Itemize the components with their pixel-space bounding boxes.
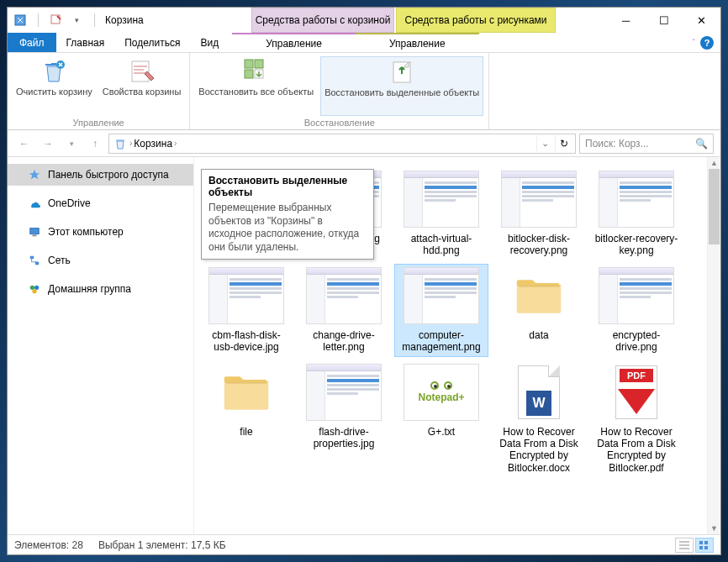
svg-rect-10 <box>32 235 36 237</box>
scroll-thumb[interactable] <box>709 169 720 244</box>
search-input[interactable]: Поиск: Корз... 🔍 <box>579 134 714 154</box>
file-item[interactable]: change-drive-letter.png <box>297 264 391 357</box>
restore-selected-button[interactable]: Восстановить выделенные объекты <box>320 56 483 116</box>
tab-share[interactable]: Поделиться <box>114 33 190 52</box>
minimize-button[interactable]: ─ <box>607 8 645 33</box>
properties-icon[interactable] <box>49 13 64 28</box>
file-item[interactable]: data <box>492 264 586 357</box>
breadcrumb-location[interactable]: Корзина <box>134 138 172 150</box>
scroll-up-icon[interactable]: ▲ <box>708 157 720 169</box>
file-item-label: bitlocker-recovery-key.png <box>593 233 680 257</box>
file-item-label: data <box>529 329 548 341</box>
svg-rect-19 <box>704 546 708 549</box>
tab-file[interactable]: Файл <box>8 33 56 52</box>
tooltip-title: Восстановить выделенные объекты <box>208 175 367 198</box>
svg-rect-17 <box>704 541 708 544</box>
context-tab-recycle-tools[interactable]: Средства работы с корзиной <box>251 8 394 33</box>
tab-manage-bin[interactable]: Управление <box>232 33 356 52</box>
restore-selected-icon <box>388 59 415 86</box>
file-item-label: encrypted-drive.png <box>593 329 680 354</box>
tab-view[interactable]: Вид <box>190 33 229 52</box>
ribbon-group-restore: Восстановить все объекты Восстановить вы… <box>190 53 489 129</box>
nav-up-button[interactable]: ↑ <box>85 134 105 154</box>
file-item[interactable]: bitlocker-disk-recovery.png <box>492 167 586 260</box>
view-icons-button[interactable] <box>695 538 714 553</box>
file-item-label: How to Recover Data From a Disk Encrypte… <box>495 426 583 473</box>
quick-access-toolbar: ▾ Корзина <box>13 13 144 28</box>
tab-manage-pic[interactable]: Управление <box>356 33 479 52</box>
ribbon-tabs: Файл Главная Поделиться Вид Управление У… <box>8 33 720 53</box>
ribbon-group-label-restore: Восстановление <box>304 118 375 128</box>
file-item[interactable]: attach-virtual-hdd.png <box>394 167 488 260</box>
status-bar: Элементов: 28 Выбран 1 элемент: 17,5 КБ <box>8 534 720 554</box>
file-item-label: file <box>240 426 252 438</box>
file-item[interactable]: file <box>199 360 293 476</box>
breadcrumb-chevron-icon[interactable]: › <box>174 139 177 148</box>
file-item[interactable]: bitlocker-recovery-key.png <box>589 167 683 260</box>
ribbon-group-manage: Очистить корзину Свойства корзины Управл… <box>8 53 190 129</box>
recycle-bin-icon <box>13 13 28 28</box>
nav-back-button[interactable]: ← <box>14 134 34 154</box>
file-item[interactable]: flash-drive-properties.jpg <box>297 360 391 476</box>
svg-point-14 <box>34 286 39 290</box>
svg-rect-9 <box>30 228 40 234</box>
empty-bin-icon <box>40 58 67 85</box>
status-selection: Выбран 1 элемент: 17,5 КБ <box>98 539 226 551</box>
svg-point-15 <box>32 289 36 293</box>
file-item[interactable]: PDFHow to Recover Data From a Disk Encry… <box>589 360 683 476</box>
title-bar: ▾ Корзина Средства работы с корзиной Сре… <box>8 8 720 33</box>
restore-all-button[interactable]: Восстановить все объекты <box>195 56 317 116</box>
svg-rect-5 <box>255 60 263 68</box>
file-item-label: attach-virtual-hdd.png <box>398 233 485 257</box>
nav-forward-button[interactable]: → <box>38 134 58 154</box>
maximize-button[interactable]: ☐ <box>645 8 683 33</box>
svg-point-13 <box>30 286 34 290</box>
empty-recycle-bin-button[interactable]: Очистить корзину <box>13 56 96 116</box>
file-item[interactable]: WHow to Recover Data From a Disk Encrypt… <box>492 360 586 476</box>
nav-network[interactable]: Сеть <box>8 249 193 271</box>
file-item-label: change-drive-letter.png <box>300 329 388 354</box>
search-placeholder: Поиск: Корз... <box>585 138 695 150</box>
file-item[interactable]: cbm-flash-disk-usb-device.jpg <box>199 264 293 357</box>
file-item-label: G+.txt <box>428 426 455 438</box>
address-dropdown-button[interactable]: ⌵ <box>536 135 553 152</box>
nav-recent-dropdown[interactable]: ▾ <box>61 134 82 154</box>
nav-quick-access[interactable]: Панель быстрого доступа <box>8 164 193 186</box>
nav-homegroup[interactable]: Домашняя группа <box>8 278 193 300</box>
file-item[interactable]: encrypted-drive.png <box>589 264 683 357</box>
breadcrumb-chevron-icon[interactable]: › <box>129 139 132 148</box>
svg-rect-4 <box>245 60 253 68</box>
nav-onedrive[interactable]: OneDrive <box>8 192 193 214</box>
restore-all-icon <box>243 58 270 85</box>
file-item[interactable]: computer-management.png <box>394 264 488 357</box>
ribbon-collapse-icon[interactable]: ˆ <box>692 38 695 48</box>
refresh-button[interactable]: ↻ <box>555 135 572 152</box>
vertical-scrollbar[interactable]: ▲ ▼ <box>707 157 720 534</box>
status-item-count: Элементов: 28 <box>14 539 83 551</box>
file-item-label: cbm-flash-disk-usb-device.jpg <box>203 329 290 354</box>
svg-rect-12 <box>35 262 39 265</box>
search-icon: 🔍 <box>695 138 708 150</box>
star-icon <box>28 168 41 181</box>
svg-rect-11 <box>30 256 34 260</box>
file-item-label: How to Recover Data From a Disk Encrypte… <box>593 426 680 473</box>
ribbon: Очистить корзину Свойства корзины Управл… <box>8 53 720 130</box>
recycle-bin-properties-button[interactable]: Свойства корзины <box>99 56 185 116</box>
view-details-button[interactable] <box>675 538 694 553</box>
close-button[interactable]: ✕ <box>683 8 720 33</box>
nav-bar: ← → ▾ ↑ › Корзина › ⌵ ↻ Поиск: Корз... 🔍 <box>8 130 720 157</box>
tab-home[interactable]: Главная <box>56 33 115 52</box>
address-bar[interactable]: › Корзина › ⌵ ↻ <box>108 134 576 154</box>
scroll-down-icon[interactable]: ▼ <box>708 523 720 534</box>
bin-properties-icon <box>129 58 156 85</box>
nav-this-pc[interactable]: Этот компьютер <box>8 221 193 243</box>
help-icon[interactable]: ? <box>700 36 714 50</box>
homegroup-icon <box>28 282 41 296</box>
qat-dropdown-icon[interactable]: ▾ <box>69 13 84 28</box>
context-tab-picture-tools[interactable]: Средства работы с рисунками <box>396 8 556 33</box>
file-item[interactable]: Notepad+G+.txt <box>394 360 488 476</box>
explorer-window: ▾ Корзина Средства работы с корзиной Сре… <box>7 7 721 555</box>
svg-rect-18 <box>699 546 703 549</box>
ribbon-group-label: Управление <box>73 118 124 128</box>
svg-rect-16 <box>699 541 703 544</box>
